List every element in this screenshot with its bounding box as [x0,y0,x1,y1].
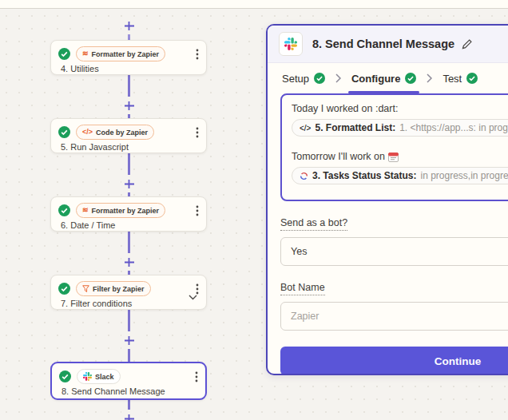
node-menu-button[interactable] [196,49,199,60]
code-icon: </> [82,129,93,136]
chevron-down-icon [189,295,197,300]
expand-node-button[interactable] [189,289,197,303]
success-check-icon [58,48,70,60]
top-toolbar-edge [0,0,508,9]
app-pill-label: Code by Zapier [96,129,148,137]
add-step-button[interactable] [121,253,137,271]
slack-icon [284,38,297,50]
tab-label: Test [443,73,462,85]
formatter-icon: ≋ [82,50,89,57]
success-check-icon [58,204,70,216]
tab-label: Setup [282,73,309,85]
panel-title: 8. Send Channel Message [312,38,454,50]
sync-icon [300,172,308,180]
node-title: 6. Date / Time [51,218,206,230]
send-as-bot-label: Send as a bot? [280,217,347,231]
success-check-icon [58,126,70,138]
step-tabs: Setup Configure Test [268,63,508,93]
mapped-field-token-formatted-list[interactable]: </> 5. Formatted List: 1. <https://app..… [292,119,508,137]
success-check-icon [405,73,416,84]
token-value: 1. <https://app...s: in progress [399,122,508,133]
pencil-icon [462,38,473,50]
app-pill-slack: Slack [77,369,121,384]
token-label: 3. Tasks Status Status: [312,170,417,181]
app-pill-label: Slack [95,373,114,381]
tab-configure[interactable]: Configure [351,63,416,93]
node-title: 5. Run Javascript [51,140,206,152]
plus-icon [124,335,134,346]
step-detail-panel: 8. Send Channel Message Setup Configure … [266,24,508,375]
plus-icon [124,179,134,189]
app-pill-label: Formatter by Zapier [92,207,160,215]
kebab-icon [195,371,198,382]
app-pill-code: </>Code by Zapier [76,125,154,140]
continue-button[interactable]: Continue [280,347,508,375]
app-pill-label: Filter by Zapier [93,285,145,293]
add-step-button[interactable] [121,410,137,420]
app-pill-filter: Filter by Zapier [76,281,151,296]
mapped-field-token-tasks-status[interactable]: 3. Tasks Status Status: in progress,in p… [292,167,508,184]
calendar-icon [388,152,399,162]
node-title: 8. Send Channel Message [52,384,205,396]
step-node-7-filter-conditions[interactable]: Filter by Zapier 7. Filter conditions [50,275,207,310]
success-check-icon [466,73,478,84]
add-step-button[interactable] [121,17,137,34]
kebab-icon [196,127,199,138]
bot-name-input[interactable] [280,302,508,331]
node-menu-button[interactable] [196,205,199,216]
success-check-icon [59,370,71,382]
success-check-icon [58,283,70,295]
app-pill-label: Formatter by Zapier [92,50,160,58]
formatter-icon: ≋ [82,207,89,214]
add-step-button[interactable] [121,97,137,114]
code-icon: </> [300,124,311,133]
tab-setup[interactable]: Setup [282,63,325,93]
plus-icon [124,101,134,111]
add-step-button[interactable] [121,331,137,349]
kebab-icon [196,205,199,216]
app-pill-formatter: ≋Formatter by Zapier [76,203,165,218]
step-node-4-utilities[interactable]: ≋Formatter by Zapier 4. Utilities [50,40,207,75]
slack-icon [83,372,92,381]
panel-header: 8. Send Channel Message [268,26,508,63]
add-step-button[interactable] [121,175,137,192]
node-title: 7. Filter conditions [51,296,206,308]
message-line-1: Today I worked on :dart: [292,103,508,114]
token-label: 5. Formatted List: [315,122,395,133]
edit-title-button[interactable] [462,38,473,50]
kebab-icon [196,49,199,60]
step-node-8-send-channel-message[interactable]: Slack 8. Send Channel Message [50,362,207,400]
filter-icon [82,285,89,293]
step-node-5-run-javascript[interactable]: </>Code by Zapier 5. Run Javascript [50,118,207,153]
plus-icon [124,414,134,420]
bot-name-label: Bot Name [280,282,325,295]
step-node-6-date-time[interactable]: ≋Formatter by Zapier 6. Date / Time [50,196,207,232]
success-check-icon [314,73,325,84]
configure-form: Today I worked on :dart: </> 5. Formatte… [268,93,508,375]
chevron-right-icon [427,73,432,83]
token-value: in progress,in progress [421,170,508,181]
node-menu-button[interactable] [196,127,199,138]
message-line-2: Tomorrow I'll work on [292,151,508,162]
message-text-field[interactable]: Today I worked on :dart: </> 5. Formatte… [280,93,508,201]
node-title: 4. Utilities [51,61,206,73]
node-menu-button[interactable] [195,371,198,382]
tab-label: Configure [351,73,400,85]
plus-icon [124,257,134,267]
message-line-2-text: Tomorrow I'll work on [292,151,385,162]
plus-icon [124,21,134,31]
tab-test[interactable]: Test [443,63,478,93]
app-pill-formatter: ≋Formatter by Zapier [76,46,165,61]
send-as-bot-input[interactable] [280,237,508,266]
chevron-right-icon [335,73,341,83]
slack-app-badge [279,32,303,56]
